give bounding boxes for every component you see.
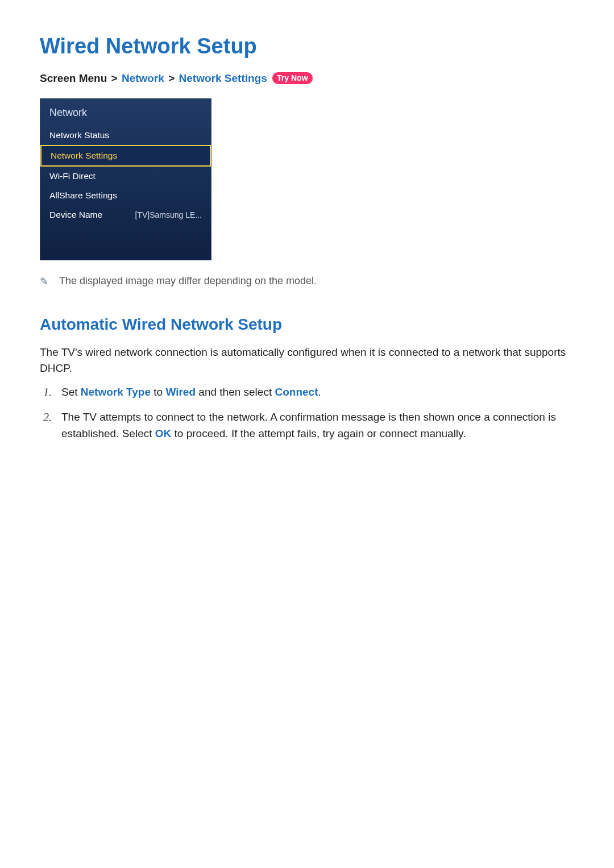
try-now-badge[interactable]: Try Now: [272, 72, 312, 84]
step-text: Set: [61, 386, 81, 398]
menu-item-label: Network Status: [49, 130, 109, 140]
menu-item-label: Wi-Fi Direct: [49, 171, 96, 181]
keyword-ok: OK: [155, 427, 172, 439]
note-text: The displayed image may differ depending…: [59, 275, 317, 287]
page-title: Wired Network Setup: [40, 34, 574, 59]
menu-item-network-settings[interactable]: Network Settings: [40, 145, 211, 167]
steps-list: Set Network Type to Wired and then selec…: [40, 384, 574, 442]
menu-header: Network: [40, 99, 211, 126]
breadcrumb-network-settings[interactable]: Network Settings: [179, 72, 267, 84]
step-text: to proceed. If the attempt fails, try ag…: [171, 427, 466, 439]
menu-item-allshare-settings[interactable]: AllShare Settings: [40, 186, 211, 205]
section-intro: The TV's wired network connection is aut…: [40, 344, 574, 376]
menu-item-label: Device Name: [49, 210, 102, 220]
step-text: and then select: [196, 386, 275, 398]
breadcrumb-sep-1: >: [111, 72, 118, 84]
menu-item-value: [TV]Samsung LE...: [135, 210, 202, 219]
menu-spacer: [40, 225, 211, 260]
step-text: .: [318, 386, 321, 398]
breadcrumb-network[interactable]: Network: [122, 72, 164, 84]
breadcrumb: Screen Menu > Network > Network Settings…: [40, 72, 574, 85]
menu-panel: Network Network Status Network Settings …: [40, 98, 211, 260]
keyword-connect: Connect: [275, 386, 318, 398]
menu-item-device-name[interactable]: Device Name [TV]Samsung LE...: [40, 205, 211, 225]
pencil-icon: [40, 276, 50, 286]
breadcrumb-prefix: Screen Menu: [40, 72, 107, 84]
menu-item-wifi-direct[interactable]: Wi-Fi Direct: [40, 167, 211, 186]
section-heading: Automatic Wired Network Setup: [40, 315, 574, 334]
menu-item-label: Network Settings: [51, 151, 117, 161]
keyword-network-type: Network Type: [81, 386, 151, 398]
note-line: The displayed image may differ depending…: [40, 275, 574, 287]
menu-item-network-status[interactable]: Network Status: [40, 126, 211, 145]
page: Wired Network Setup Screen Menu > Networ…: [0, 0, 614, 868]
step-1: Set Network Type to Wired and then selec…: [40, 384, 574, 400]
menu-item-label: AllShare Settings: [49, 190, 117, 201]
step-text: to: [151, 386, 165, 398]
breadcrumb-sep-2: >: [168, 72, 175, 84]
keyword-wired: Wired: [165, 386, 196, 398]
step-2: The TV attempts to connect to the networ…: [40, 409, 574, 442]
